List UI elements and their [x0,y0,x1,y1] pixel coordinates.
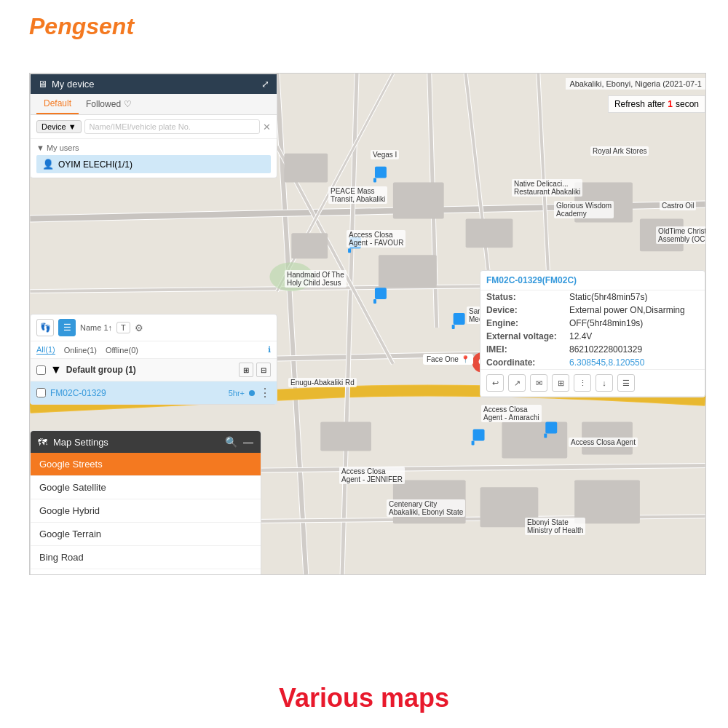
filter-row: All(1) Online(1) Offline(0) ℹ [31,341,277,359]
device-row[interactable]: FM02C-01329 5hr+ ⋮ [31,381,277,404]
imei-label: IMEI: [486,344,566,355]
voltage-label: External voltage: [486,331,566,341]
map-label-royal-ark: Royal Ark Stores [590,146,649,156]
user-row[interactable]: 👤 OYIM ELECHI(1/1) [36,155,271,173]
columns-icon[interactable]: ⊟ [256,363,271,377]
name-sort-label: Name 1↑ [80,323,112,332]
user-name: OYIM ELECHI(1/1) [58,159,132,170]
device-info-title-link[interactable]: FM02C-01329(FM02C) [486,275,577,285]
engine-label: Engine: [486,318,566,328]
info-icon: ℹ [268,345,271,355]
refresh-text-after: secon [676,99,699,109]
arrow-icon: ▼ [50,363,62,376]
map-option-google-satellite[interactable]: Google Satellite [31,476,261,499]
footprint-icon[interactable]: 👣 [36,319,54,336]
map-label-centenary: Centenary CityAbakaliki, Ebonyi State [387,499,465,517]
device-label: Device: [486,305,566,315]
svg-rect-52 [473,430,485,441]
svg-rect-28 [379,255,437,288]
resize-icon[interactable]: ⤢ [261,79,269,90]
device-info-row-voltage: External voltage: 12.4V [480,330,705,343]
svg-rect-27 [393,183,444,219]
device-tabs: Default Followed ♡ [31,94,277,115]
bottom-label: Various maps [0,683,728,713]
device-value: External power ON,Disarming [569,305,685,315]
svg-rect-40 [375,167,387,178]
location-label: Abakaliki, Ebonyi, Nigeria (2021-07-1 [566,78,705,90]
coordinate-label: Coordinate: [486,357,566,368]
map-settings-header-left: 🗺 Map Settings [38,437,108,448]
map-option-google-terrain[interactable]: Google Terrain [31,523,261,546]
status-label: Status: [486,292,566,302]
search-icon[interactable]: 🔍 [225,436,237,448]
filter-offline[interactable]: Offline(0) [106,346,138,355]
map-option-google-streets[interactable]: Google Streets [31,453,261,476]
group-checkbox[interactable] [36,365,46,375]
my-device-panel: 🖥 My device ⤢ Default Followed ♡ Device … [30,74,277,178]
navigate-icon[interactable]: ↗ [508,374,526,392]
history-icon[interactable]: ↩ [486,374,504,392]
device-time: 5hr+ [229,389,245,397]
device-search-input[interactable]: Name/IMEI/vehicle plate No. [84,119,260,134]
device-dropdown[interactable]: Device ▼ [36,120,82,133]
map-option-bing-road[interactable]: Bing Road [31,546,261,569]
tab-followed[interactable]: Followed ♡ [79,94,139,114]
filter-online[interactable]: Online(1) [64,346,97,355]
map-icon: 🗺 [38,437,47,448]
map-settings-title: Map Settings [53,437,108,448]
map-label-access-jennifer: Access ClosaAgent - JENNIFER [339,467,405,484]
device-list-toolbar: 👣 ☰ Name 1↑ T ⚙ [31,314,277,341]
engine-value: OFF(5hr48min19s) [569,318,643,328]
device-search-row: Device ▼ Name/IMEI/vehicle plate No. ✕ [31,115,277,139]
svg-rect-45 [373,299,376,304]
screenshot-container: FM02C-01 PEACE MassTransit, Abakaliki Ac… [29,73,706,575]
device-checkbox[interactable] [36,388,46,397]
list-action-icon[interactable]: ☰ [617,374,635,392]
map-settings-panel: 🗺 Map Settings 🔍 — Google Streets Google… [30,430,261,575]
map-label-vegas: Vegas I [371,150,399,159]
device-info-popup: FM02C-01329(FM02C) Status: Static(5hr48m… [480,270,705,397]
svg-rect-43 [348,248,351,253]
grid-action-icon[interactable]: ⊞ [552,374,569,392]
list-icon[interactable]: ☰ [58,319,76,336]
svg-rect-50 [545,422,557,434]
device-info-row-engine: Engine: OFF(5hr48min19s) [480,317,705,330]
search-placeholder: Name/IMEI/vehicle plate No. [90,122,191,131]
device-info-title: FM02C-01329(FM02C) [480,271,705,290]
close-icon[interactable]: ✕ [263,122,271,132]
more-icon[interactable]: ⋮ [259,386,271,400]
refresh-number: 1 [668,99,673,109]
t-button[interactable]: T [116,322,130,333]
svg-rect-51 [544,434,547,438]
device-status-dot [249,390,255,396]
voltage-value: 12.4V [569,331,592,341]
chevron-down-icon: ▼ [68,122,76,131]
imei-value: 862102228001329 [569,344,642,355]
map-label-access-amarachi: Access ClosaAgent - Amarachi [481,405,542,422]
device-info-row-device: Device: External power ON,Disarming [480,304,705,317]
map-label-glorious: Glorious WisdomAcademy [554,201,614,218]
download-icon[interactable]: ↓ [596,374,613,392]
gear-icon[interactable]: ⚙ [135,323,143,333]
message-icon[interactable]: ✉ [530,374,547,392]
svg-rect-26 [291,233,328,258]
map-label-handmaid: Handmaid Of TheHoly Child Jesus [285,270,347,288]
my-users-label: ▼ My users [36,143,271,152]
my-device-title: My device [52,79,95,90]
device-info-row-coordinate: Coordinate: 6.308545,8.120550 [480,356,705,369]
map-label-oldtime: OldTime Christian FaithAssembly (OCFA [656,226,706,244]
dropdown-label: Device [41,122,66,131]
map-label-access-favour: Access ClosaAgent - FAVOUR [347,230,405,248]
minus-icon[interactable]: — [243,436,253,448]
filter-all[interactable]: All(1) [36,345,55,355]
coordinate-value[interactable]: 6.308545,8.120550 [569,357,644,368]
map-option-google-hybrid[interactable]: Google Hybrid [31,499,261,523]
svg-rect-44 [375,288,387,299]
tab-default[interactable]: Default [36,94,79,114]
heart-icon: ♡ [124,99,132,109]
map-label-ebonyi-health: Ebonyi StateMinistry of Health [525,518,585,535]
various-maps-text: Various maps [279,683,449,713]
map-option-bing-aerial[interactable]: Bing Aerial [31,569,261,575]
grid-icon[interactable]: ⊞ [239,363,253,377]
share-icon[interactable]: ⋮ [574,374,591,392]
